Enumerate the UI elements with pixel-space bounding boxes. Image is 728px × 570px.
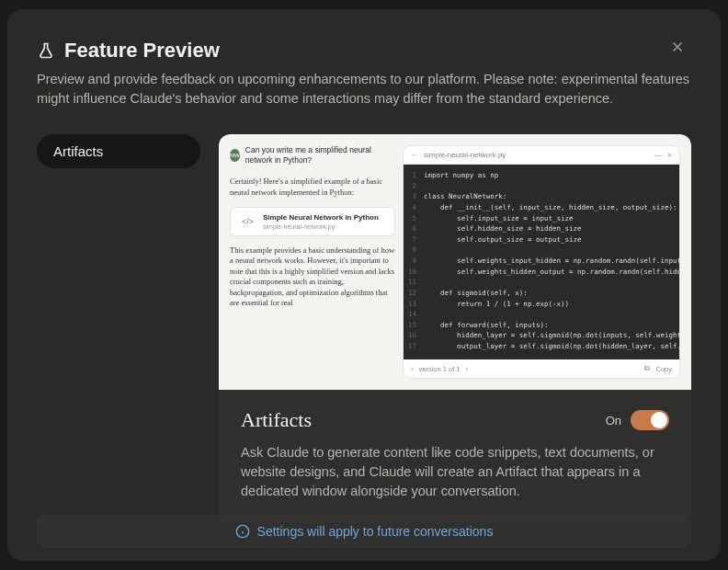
code-line: 15 def forward(self, inputs):	[404, 320, 679, 331]
minimize-icon: —	[654, 151, 662, 159]
code-line: 13 return 1 / (1 + np.exp(-x))	[404, 299, 679, 310]
close-icon: ×	[667, 151, 672, 159]
sidebar-nav: Artifacts	[37, 134, 200, 523]
preview-chat-panel: MW Can you write me a simplified neural …	[230, 145, 395, 379]
copy-icon: ⧉	[644, 364, 650, 373]
close-icon	[669, 39, 686, 55]
feature-description: Ask Claude to generate content like code…	[241, 443, 669, 501]
code-line: 5 self.input_size = input_size	[404, 213, 679, 224]
feature-title: Artifacts	[241, 408, 312, 432]
copy-label: Copy	[655, 365, 672, 373]
code-icon: </>	[238, 215, 257, 228]
feature-details: Artifacts On Ask Claude to generate cont…	[219, 390, 691, 523]
chevron-left-icon: ‹	[411, 365, 414, 373]
code-version: version 1 of 1	[419, 365, 461, 373]
preview-artifact-card: </> Simple Neural Network in Python simp…	[230, 207, 395, 236]
preview-prompt: Can you write me a simplified neural net…	[245, 145, 395, 165]
feature-toggle[interactable]	[631, 410, 669, 430]
code-line: 8	[404, 245, 679, 256]
feature-preview-image: MW Can you write me a simplified neural …	[219, 134, 691, 390]
modal-description: Preview and provide feedback on upcoming…	[37, 70, 691, 108]
preview-response-2: This example provides a basic understand…	[230, 245, 395, 309]
preview-response-1: Certainly! Here's a simplified example o…	[230, 177, 395, 198]
preview-code-panel: ← simple-neural-network.py — × 1import n…	[403, 145, 680, 379]
code-line: 9 self.weights_input_hidden = np.random.…	[404, 256, 679, 267]
close-button[interactable]	[669, 39, 691, 61]
toggle-knob	[651, 412, 667, 428]
code-toolbar: ← simple-neural-network.py — ×	[404, 146, 679, 165]
footer-notice: Settings will apply to future conversati…	[37, 515, 691, 548]
artifact-card-text: Simple Neural Network in Python simple-n…	[263, 213, 387, 230]
footer-notice-text: Settings will apply to future conversati…	[257, 524, 494, 539]
code-filename: simple-neural-network.py	[424, 151, 506, 159]
artifact-card-title: Simple Neural Network in Python	[263, 213, 387, 222]
code-line: 11	[404, 277, 679, 288]
code-line: 4 def __init__(self, input_size, hidden_…	[404, 202, 679, 213]
info-icon	[235, 524, 250, 539]
code-line: 1import numpy as np	[404, 170, 679, 181]
back-arrow-icon: ←	[411, 151, 418, 159]
modal-title: Feature Preview	[64, 39, 220, 63]
sidebar-item-artifacts[interactable]: Artifacts	[37, 134, 200, 168]
code-line: 6 self.hidden_size = hidden_size	[404, 223, 679, 234]
code-line: 14	[404, 309, 679, 320]
code-footer: ‹ version 1 of 1 › ⧉ Copy	[404, 359, 679, 378]
modal-header: Feature Preview Preview and provide feed…	[7, 9, 721, 123]
artifact-card-filename: simple-neural-network.py	[263, 223, 387, 230]
toggle-label: On	[606, 414, 621, 428]
toggle-wrap: On	[606, 410, 669, 430]
avatar: MW	[230, 149, 240, 162]
code-line: 2	[404, 181, 679, 192]
feature-preview-modal: Feature Preview Preview and provide feed…	[7, 9, 721, 561]
feature-title-row: Artifacts On	[241, 408, 669, 432]
code-line: 7 self.output_size = output_size	[404, 234, 679, 245]
code-line: 17 output_layer = self.sigmoid(np.dot(hi…	[404, 341, 679, 352]
chevron-right-icon: ›	[466, 365, 469, 373]
modal-body: Artifacts MW Can you write me a simplifi…	[7, 123, 721, 523]
preview-chat-header: MW Can you write me a simplified neural …	[230, 145, 395, 165]
title-row: Feature Preview	[37, 39, 691, 63]
code-line: 16 hidden_layer = self.sigmoid(np.dot(in…	[404, 330, 679, 341]
flask-icon	[37, 41, 55, 60]
code-line: 10 self.weights_hidden_output = np.rando…	[404, 267, 679, 278]
feature-content: MW Can you write me a simplified neural …	[219, 134, 691, 523]
code-line: 12 def sigmoid(self, x):	[404, 288, 679, 299]
code-line: 3class NeuralNetwork:	[404, 191, 679, 202]
code-body: 1import numpy as np23class NeuralNetwork…	[404, 165, 679, 359]
